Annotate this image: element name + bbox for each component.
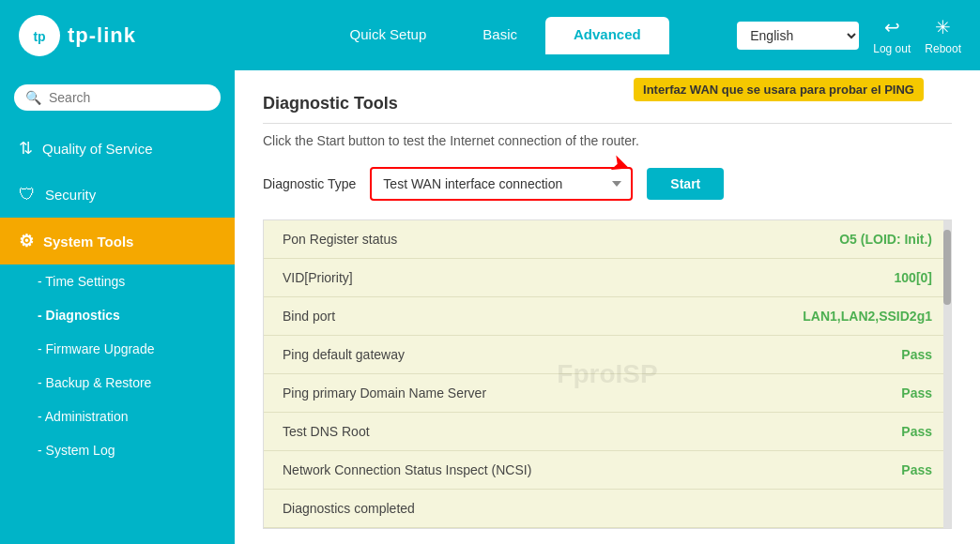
table-row: VID[Priority]100[0] [264, 259, 951, 297]
result-label: Pon Register status [264, 220, 698, 259]
language-select[interactable]: English Español Français [737, 22, 859, 50]
table-row: Ping default gatewayPass [264, 336, 951, 374]
start-button[interactable]: Start [647, 168, 724, 200]
qos-icon: ⇅ [19, 138, 33, 159]
logout-label: Log out [873, 42, 911, 55]
table-row: Bind portLAN1,LAN2,SSID2g1 [264, 297, 951, 336]
result-value: Pass [698, 336, 951, 374]
sidebar-item-system-tools[interactable]: ⚙ System Tools [0, 218, 235, 264]
annotation-tooltip: Interfaz WAN que se usara para probar el… [634, 78, 924, 101]
logout-button[interactable]: ↩ Log out [873, 16, 911, 55]
sidebar-item-security[interactable]: 🛡 Security [0, 172, 235, 218]
sidebar: 🔍 ⇅ Quality of Service 🛡 Security ⚙ Syst… [0, 70, 235, 544]
logo-icon: tp [19, 15, 60, 56]
diagnostic-type-select[interactable]: Test WAN interface connection Ping Trace… [370, 167, 633, 201]
result-label: Ping primary Domain Name Server [264, 374, 698, 413]
sidebar-item-qos-label: Quality of Service [42, 141, 153, 157]
layout: 🔍 ⇅ Quality of Service 🛡 Security ⚙ Syst… [0, 70, 980, 544]
results-table: Pon Register statusO5 (LOID: Init.)VID[P… [264, 220, 951, 528]
table-row: Test DNS RootPass [264, 413, 951, 451]
diagnostic-type-label: Diagnostic Type [263, 176, 356, 191]
sidebar-subitem-time[interactable]: - Time Settings [19, 264, 235, 298]
sidebar-subitem-admin[interactable]: - Administration [19, 400, 235, 433]
result-label: Diagnostics completed [264, 490, 698, 528]
reboot-button[interactable]: ✳ Reboot [925, 16, 961, 55]
svg-text:tp: tp [33, 29, 45, 44]
table-row: Pon Register statusO5 (LOID: Init.) [264, 220, 951, 259]
sidebar-subitem-firmware[interactable]: - Firmware Upgrade [19, 332, 235, 366]
logo-area: tp tp-link [19, 15, 253, 56]
result-value [698, 490, 951, 528]
result-label: Test DNS Root [264, 413, 698, 451]
result-value: Pass [698, 451, 951, 490]
search-input[interactable] [49, 90, 209, 105]
sidebar-subitem-backup[interactable]: - Backup & Restore [19, 366, 235, 400]
header: tp tp-link Quick Setup Basic Advanced En… [0, 0, 980, 70]
tab-basic[interactable]: Basic [454, 17, 545, 54]
scroll-bar[interactable] [943, 220, 951, 528]
sidebar-subitem-diagnostics[interactable]: - Diagnostics [19, 298, 235, 332]
result-value: 100[0] [698, 259, 951, 297]
search-box[interactable]: 🔍 [14, 84, 221, 111]
result-label: VID[Priority] [264, 259, 698, 297]
search-icon: 🔍 [25, 90, 41, 105]
system-tools-icon: ⚙ [19, 231, 34, 251]
result-value: Pass [698, 374, 951, 413]
table-row: Ping primary Domain Name ServerPass [264, 374, 951, 413]
tab-quick-setup[interactable]: Quick Setup [322, 17, 455, 54]
main-content: Diagnostic Tools Click the Start button … [235, 70, 980, 544]
results-container: Pon Register statusO5 (LOID: Init.)VID[P… [263, 219, 952, 529]
sidebar-subitem-syslog[interactable]: - System Log [19, 433, 235, 467]
header-right: English Español Français ↩ Log out ✳ Reb… [737, 16, 961, 55]
nav-tabs: Quick Setup Basic Advanced [253, 17, 737, 54]
sidebar-subitems: - Time Settings - Diagnostics - Firmware… [0, 264, 235, 467]
logo-text: tp-link [68, 23, 136, 48]
sidebar-item-security-label: Security [45, 187, 96, 203]
result-value: LAN1,LAN2,SSID2g1 [698, 297, 951, 336]
result-label: Network Connection Status Inspect (NCSI) [264, 451, 698, 490]
content-area: Diagnostic Tools Click the Start button … [235, 70, 980, 544]
security-icon: 🛡 [19, 185, 36, 204]
reboot-icon: ✳ [935, 16, 951, 38]
tab-advanced[interactable]: Advanced [545, 17, 669, 54]
result-label: Ping default gateway [264, 336, 698, 374]
table-row: Diagnostics completed [264, 490, 951, 528]
result-value: Pass [698, 413, 951, 451]
logout-icon: ↩ [884, 16, 900, 38]
diagnostic-row: Interfaz WAN que se usara para probar el… [263, 167, 952, 201]
sidebar-item-qos[interactable]: ⇅ Quality of Service [0, 125, 235, 172]
table-row: Network Connection Status Inspect (NCSI)… [264, 451, 951, 490]
result-value: O5 (LOID: Init.) [698, 220, 951, 259]
scroll-thumb[interactable] [943, 230, 951, 305]
sidebar-item-system-tools-label: System Tools [43, 234, 133, 249]
page-description: Click the Start button to test the Inter… [263, 133, 952, 148]
reboot-label: Reboot [925, 42, 961, 55]
result-label: Bind port [264, 297, 698, 336]
